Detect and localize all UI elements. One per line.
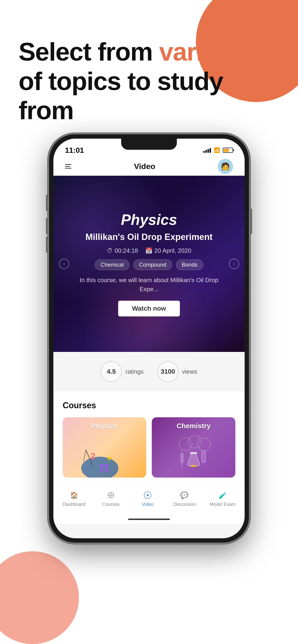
bg-decoration-bottom — [0, 551, 79, 644]
nav-item-dashboard[interactable]: 🏠 Dashboard — [63, 490, 86, 507]
calendar-icon: 📅 — [145, 247, 152, 254]
discussion-icon: 💬 — [179, 490, 190, 500]
courses-title: Courses — [63, 400, 235, 410]
svg-text:+: + — [107, 453, 112, 463]
svg-rect-11 — [202, 451, 205, 462]
avatar[interactable]: 🧑 — [218, 159, 233, 174]
course-label-chemistry: Chemistry — [152, 422, 235, 430]
svg-marker-22 — [147, 494, 149, 496]
nav-label-courses: Courses — [102, 502, 120, 507]
svg-rect-9 — [190, 452, 197, 454]
svg-marker-8 — [197, 438, 211, 450]
nav-label-video: Video — [142, 502, 154, 507]
watch-now-button[interactable]: Watch now — [118, 301, 180, 316]
svg-marker-6 — [178, 438, 192, 450]
course-label-physics: Physics — [63, 422, 146, 430]
svg-point-16 — [110, 494, 112, 496]
chemistry-decoration — [152, 434, 235, 478]
headline-section: Select from varietyof topics to study fr… — [19, 37, 279, 125]
svg-text:2: 2 — [91, 451, 95, 461]
physics-decoration: π + 2 — [63, 436, 146, 478]
nav-item-courses[interactable]: Courses — [99, 490, 123, 507]
hero-date: 📅 20 April, 2020 — [145, 247, 191, 254]
nav-label-model-exam: Model Exam — [210, 502, 235, 507]
headline-text: Select from varietyof topics to study fr… — [19, 37, 279, 125]
views-label: views — [182, 368, 197, 375]
bottom-nav: 🏠 Dashboard Courses — [53, 487, 245, 515]
hero-content: Physics Millikan's Oil Drop Experiment ⏱… — [53, 211, 245, 316]
courses-icon — [106, 490, 116, 500]
stats-section: 4.5 ratings 3100 views — [53, 352, 245, 391]
svg-marker-7 — [188, 436, 202, 448]
page-title: Video — [134, 162, 155, 171]
status-time: 11:01 — [65, 146, 84, 154]
course-card-physics[interactable]: Physics π + 2 — [63, 417, 146, 478]
svg-rect-13 — [181, 453, 183, 462]
courses-grid: Physics π + 2 — [63, 417, 235, 478]
battery-icon — [223, 148, 233, 153]
video-icon — [143, 490, 153, 500]
phone-screen: 11:01 📶 — [53, 139, 245, 538]
svg-line-5 — [84, 450, 86, 461]
nav-item-model-exam[interactable]: 🧪 Model Exam — [210, 490, 235, 507]
hero-description: In this course, we will learn about Mill… — [72, 276, 226, 294]
hero-meta: ⏱ 00:24:18 📅 20 April, 2020 — [72, 247, 226, 254]
hero-duration: ⏱ 00:24:18 — [107, 247, 138, 254]
svg-point-12 — [202, 462, 205, 463]
status-icons: 📶 — [203, 147, 233, 153]
battery-fill — [224, 148, 229, 152]
avatar-emoji: 🧑 — [221, 162, 230, 171]
signal-icon — [203, 148, 211, 153]
phone-shell: 11:01 📶 — [49, 134, 249, 542]
stat-views: 3100 views — [158, 361, 197, 382]
tag-chemical: Chemical — [95, 260, 130, 270]
tag-compound: Compound — [133, 260, 172, 270]
nav-label-dashboard: Dashboard — [63, 502, 85, 507]
phone-notch — [121, 139, 177, 150]
rating-value: 4.5 — [101, 361, 122, 382]
phone-wrapper: 11:01 📶 — [49, 134, 249, 542]
hero-subject: Physics — [72, 211, 226, 228]
views-value: 3100 — [158, 361, 178, 382]
menu-button[interactable] — [65, 164, 72, 168]
home-indicator — [53, 515, 245, 524]
nav-label-discussion: Discussion — [173, 502, 196, 507]
nav-bar: Video 🧑 — [53, 157, 245, 176]
stat-rating: 4.5 ratings — [101, 361, 143, 382]
rating-label: ratings — [125, 368, 143, 375]
course-card-chemistry[interactable]: Chemistry — [152, 417, 235, 478]
svg-point-10 — [190, 465, 197, 467]
wifi-icon: 📶 — [214, 147, 220, 153]
nav-item-discussion[interactable]: 💬 Discussion — [173, 490, 196, 507]
home-indicator-bar — [128, 518, 170, 520]
hero-tags: Chemical Compound Bonds — [72, 260, 226, 270]
tag-bonds: Bonds — [176, 260, 203, 270]
hero-title: Millikan's Oil Drop Experiment — [72, 232, 226, 242]
model-exam-icon: 🧪 — [217, 490, 228, 500]
nav-item-video[interactable]: Video — [136, 490, 159, 507]
courses-section: Courses Physics π + — [53, 391, 245, 487]
clock-icon: ⏱ — [107, 247, 113, 254]
headline-accent: variety — [159, 37, 238, 66]
dashboard-icon: 🏠 — [69, 490, 79, 500]
hero-banner: ‹ › Physics Millikan's Oil Drop Experime… — [53, 176, 245, 352]
